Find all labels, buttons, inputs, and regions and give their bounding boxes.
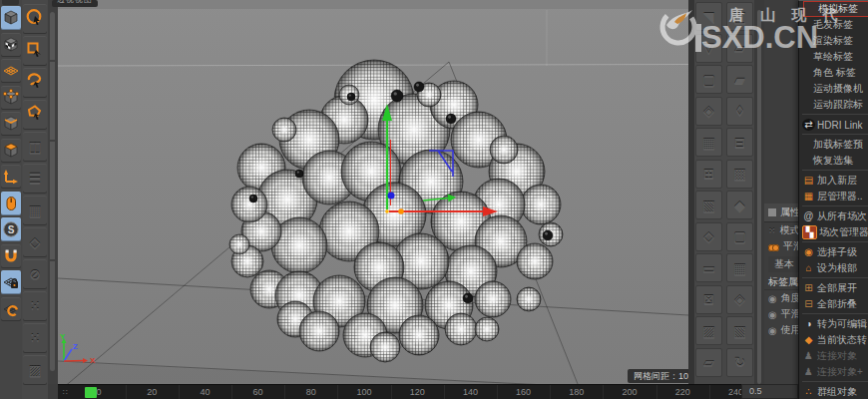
menu-item[interactable]: ♟连接对象 [799,348,868,364]
ruler-tick [444,385,445,399]
make-editable-icon: ◑ [802,318,815,330]
palette-icon-col_a-2[interactable]: ▽ [695,34,722,63]
palette-icon-col_b-1[interactable]: ▣ [726,2,753,31]
toolbar-polygon-selection[interactable] [23,100,47,130]
left-selection-toolbar: ◫☰▦◇⊘⁙⁙▨ [22,0,48,399]
menu-item[interactable]: 加载标签预 [799,137,868,153]
toolbar-live-selection[interactable] [23,4,47,34]
palette-icon-col_b-3[interactable]: ▰ [726,65,753,94]
menu-item-label: 角色 标签 [813,66,856,80]
palette-icon-col_b-4[interactable]: ◊ [726,97,753,126]
toolbar-points-mode[interactable] [1,86,21,110]
menu-item[interactable]: ⊞全部展开 [799,280,868,296]
connect-objects-delete-icon: ♟ [802,366,815,378]
menu-item[interactable]: 恢复选集 [799,153,868,169]
palette-icon-col_a-1[interactable]: ◥ [695,2,722,31]
toolbar-scrollbar[interactable] [48,0,58,384]
menu-item[interactable]: ⇄HDRI Link [799,117,868,133]
mode-grid-icon: ⁙ [768,225,776,235]
ruler-tick [497,385,498,399]
toolbar-model-mode[interactable] [1,6,21,30]
toolbar-tool-gray-4[interactable]: ◇ [23,227,47,257]
menu-item[interactable]: ⊟全部折叠 [799,296,868,312]
palette-icon-col_a-11[interactable]: ▨ [695,316,722,345]
panel-splitter-handle[interactable] [757,10,761,384]
palette-icon-col_a-7[interactable]: ▧ [695,191,722,219]
menu-item[interactable]: 毛发标签 [799,17,868,33]
menu-item[interactable]: 模拟标签 [803,1,868,17]
panel-splitter[interactable] [754,0,764,399]
palette-icon-col_a-4[interactable]: ◈ [695,97,722,126]
palette-icon-col_a-9[interactable]: ▭ [695,253,722,282]
toolbar-viewport-solo[interactable] [1,192,21,215]
palette-icon-col_b-9[interactable]: ▦ [726,253,753,282]
palette-icon-col_b-7[interactable]: ◆ [726,191,753,219]
menu-item-label: 加入新层 [817,174,857,188]
toolbar-tool-gray-3[interactable]: ▦ [23,196,47,225]
viewport-menu-pill[interactable]: 透视视图 [52,0,98,7]
toolbar-edges-mode[interactable] [1,112,21,136]
layer-manager-icon: ▦ [802,191,815,202]
menu-item[interactable]: ▚场次管理器 [799,224,868,240]
palette-icon-col_b-6[interactable]: ▩ [726,160,753,189]
menu-item-label: 全部折叠 [817,297,857,311]
menu-item[interactable]: 运动跟踪标 [799,97,868,113]
palette-icon-col_a-5[interactable]: ▦ [695,128,722,157]
toolbar-tool-gray-2[interactable]: ☰ [23,164,47,194]
menu-item[interactable]: @从所有场次 [799,208,868,224]
palette-icon-col_a-10[interactable]: ⊠ [695,285,722,314]
group-objects-icon: ∴ [802,386,815,398]
ruler-number: 120 [410,387,425,397]
timeline-ruler[interactable]: ∷ 020406080100120140160180200220240 [58,384,741,399]
toolbar-polygons-mode[interactable] [1,139,21,163]
ruler-tick [231,385,232,399]
toolbar-scrollbar-handle[interactable] [50,12,55,371]
palette-icon-col_b-2[interactable]: ▱ [726,34,753,63]
palette-icon-col_a-8[interactable]: ◇ [695,222,722,251]
menu-item[interactable]: ◉选择子级 [799,244,868,260]
frame-value-field[interactable]: 0.5 [741,384,798,399]
ruler-tick [656,385,657,399]
menu-item[interactable]: 草绘标签 [799,49,868,65]
menu-item[interactable]: ◑转为可编辑 [799,316,868,332]
toolbar-tool-gray-8[interactable]: ▨ [23,355,47,385]
menu-item[interactable]: 运动摄像机 [799,81,868,97]
menu-item[interactable]: ▦层管理器.. [799,189,868,204]
timeline-current-frame-marker[interactable] [85,387,97,398]
palette-icon-col_b-5[interactable]: ⊟ [726,128,753,157]
menu-item[interactable]: ♟连接对象+ [799,364,868,380]
toolbar-enable-snap[interactable]: S [1,217,21,241]
palette-icon-col_b-8[interactable]: ▢ [726,222,753,251]
toolbar-rectangle-selection[interactable] [23,36,47,66]
toolbar-tool-gray-6[interactable]: ⁙ [23,291,47,321]
menu-item-label: 模拟标签 [818,2,858,16]
ruler-tick [337,385,338,399]
ruler-number: 100 [356,387,371,397]
attribute-tab-basic[interactable]: 基本 [768,256,800,272]
menu-item[interactable]: ⌂设为根部 [799,260,868,276]
menu-item[interactable]: ▤加入新层 [799,173,868,189]
toolbar-tool-gray-7[interactable]: ⁙ [23,323,47,353]
toolbar-lasso-selection[interactable] [23,68,47,98]
toolbar-lock-workplane[interactable] [1,270,21,294]
ruler-tick [391,385,392,399]
palette-icon-col_a-6[interactable]: ⊞ [695,160,722,189]
toolbar-workplane-mode[interactable] [1,59,21,83]
menu-item[interactable]: ◆当前状态转 [799,332,868,348]
palette-icon-col_a-12[interactable]: ▱ [695,348,722,377]
palette-icon-col_b-11[interactable]: ▧ [726,316,753,345]
toolbar-magnet-tool[interactable] [1,244,21,268]
menu-item[interactable]: ∴群组对象 [799,384,868,399]
palette-icon-col_b-10[interactable]: ◈ [726,285,753,314]
toolbar-enable-axis[interactable] [1,165,21,189]
toolbar-tool-gray-1[interactable]: ◫ [23,132,47,162]
ruler-tick [284,385,285,399]
menu-item-label: 运动摄像机 [813,82,863,96]
palette-icon-col_b-12[interactable]: ↻ [726,348,753,377]
toolbar-texture-mode[interactable] [1,33,21,57]
toolbar-workplane-align[interactable] [1,297,21,321]
menu-item[interactable]: 渲染标签 [799,33,868,49]
toolbar-tool-gray-5[interactable]: ⊘ [23,259,47,289]
menu-item[interactable]: 角色 标签 [799,65,868,81]
palette-icon-col_a-3[interactable]: ▢ [695,65,722,94]
